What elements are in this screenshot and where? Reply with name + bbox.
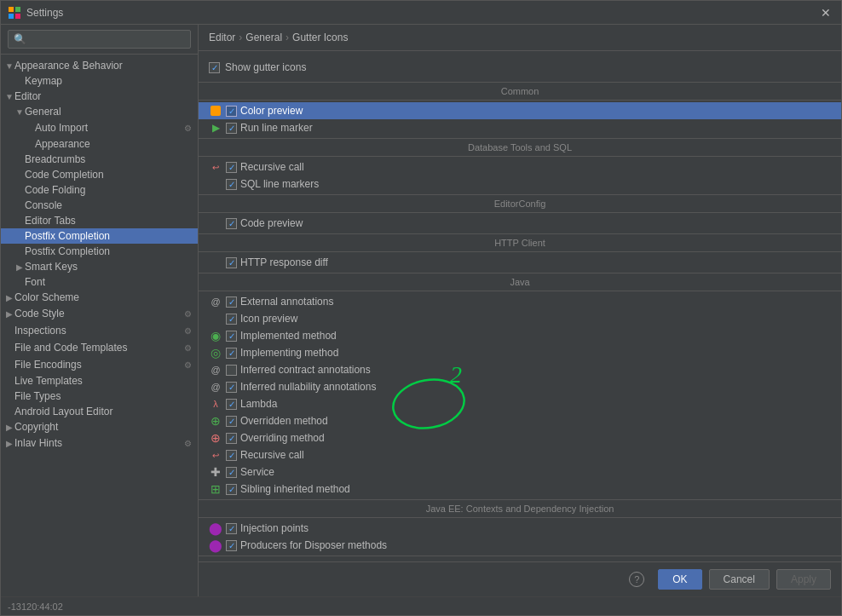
gutter-item-inferred-contract[interactable]: @ Inferred contract annotations [199, 361, 841, 378]
implemented-method-checkbox[interactable] [226, 331, 237, 342]
gutter-item-http-response-diff[interactable]: HTTP response diff [199, 254, 841, 271]
gutter-item-run-line-marker[interactable]: ▶ Run line marker [199, 119, 841, 136]
inferred-nullability-checkbox[interactable] [226, 382, 237, 393]
overriding-method-checkbox[interactable] [226, 433, 237, 444]
injection-points-checkbox[interactable] [226, 523, 237, 534]
run-line-marker-icon: ▶ [209, 121, 222, 135]
implementing-method-icon: ◎ [209, 346, 222, 360]
gutter-item-recursive-call-java[interactable]: ↩ Recursive call [199, 446, 841, 463]
bottom-bar: ? OK Cancel Apply [199, 561, 841, 596]
sibling-inherited-checkbox[interactable] [226, 484, 237, 495]
breadcrumb: Editor › General › Gutter Icons [199, 25, 841, 51]
sidebar-item-breadcrumbs[interactable]: Breadcrumbs [1, 152, 198, 167]
external-annotations-checkbox[interactable] [226, 296, 237, 308]
sql-line-icon [209, 177, 222, 191]
sidebar-item-editor[interactable]: ▼ Editor [1, 89, 198, 104]
sidebar-item-appearance[interactable]: Appearance [1, 136, 198, 152]
icon-preview-checkbox[interactable] [226, 314, 237, 325]
sidebar-item-editor-tabs[interactable]: Editor Tabs [1, 213, 198, 228]
service-checkbox[interactable] [226, 467, 237, 478]
search-input[interactable] [8, 30, 191, 49]
http-response-checkbox[interactable] [226, 257, 237, 268]
gutter-item-implementing-method[interactable]: ◎ Implementing method [199, 344, 841, 361]
gutter-item-injection-points[interactable]: ⬤ Injection points [199, 520, 841, 537]
svg-rect-3 [15, 14, 20, 19]
lambda-checkbox[interactable] [226, 399, 237, 410]
service-icon: ✚ [209, 465, 222, 479]
sidebar-item-font[interactable]: Font [1, 274, 198, 290]
code-preview-checkbox[interactable] [226, 218, 237, 229]
sidebar-item-inspections[interactable]: Inspections ⚙ [1, 322, 198, 339]
sidebar-item-code-folding[interactable]: Code Folding [1, 182, 198, 198]
breadcrumb-editor: Editor [209, 32, 235, 43]
icon-preview-icon [209, 312, 222, 325]
gutter-item-code-preview[interactable]: Code preview [199, 215, 841, 232]
sidebar-item-appearance-behavior[interactable]: ▼ Appearance & Behavior [1, 58, 198, 73]
sidebar-item-auto-import[interactable]: Auto Import ⚙ [1, 119, 198, 136]
gutter-item-sibling-inherited[interactable]: ⊞ Sibling inherited method [199, 481, 841, 498]
overridden-method-checkbox[interactable] [226, 416, 237, 427]
gutter-item-service[interactable]: ✚ Service [199, 463, 841, 481]
help-button[interactable]: ? [629, 572, 644, 587]
sidebar-item-color-scheme[interactable]: ▶ Color Scheme [1, 290, 198, 305]
section-header-http: HTTP Client [199, 233, 841, 252]
gutter-item-external-annotations[interactable]: @ External annotations [199, 293, 841, 310]
gutter-item-sql-line-markers[interactable]: SQL line markers [199, 176, 841, 193]
recursive-db-icon: ↩ [209, 160, 222, 174]
sidebar-item-file-encodings[interactable]: File Encodings ⚙ [1, 356, 198, 373]
sql-line-markers-checkbox[interactable] [226, 179, 237, 190]
recursive-call-db-checkbox[interactable] [226, 162, 237, 173]
close-button[interactable]: ✕ [817, 4, 834, 21]
show-gutter-checkbox[interactable] [209, 62, 220, 73]
sidebar-item-android-layout-editor[interactable]: Android Layout Editor [1, 404, 198, 419]
show-gutter-row: Show gutter icons [199, 58, 841, 80]
sidebar-item-general[interactable]: ▼ General [1, 104, 198, 119]
gutter-item-icon-preview[interactable]: Icon preview [199, 310, 841, 327]
color-preview-checkbox[interactable] [226, 106, 237, 117]
recursive-call-java-checkbox[interactable] [226, 450, 237, 461]
sidebar-item-smart-keys[interactable]: ▶ Smart Keys [1, 259, 198, 274]
gutter-item-producers-disposer[interactable]: ⬤ Producers for Disposer methods [199, 537, 841, 554]
section-header-editorconfig: EditorConfig [199, 194, 841, 213]
breadcrumb-gutter-icons: Gutter Icons [292, 32, 348, 43]
run-line-marker-checkbox[interactable] [226, 123, 237, 134]
producers-disposer-icon: ⬤ [209, 538, 222, 552]
sidebar-item-code-style[interactable]: ▶ Code Style ⚙ [1, 305, 198, 322]
sidebar-item-console[interactable]: Console [1, 198, 198, 213]
breadcrumb-general: General [245, 32, 282, 43]
sidebar-item-file-types[interactable]: File Types [1, 389, 198, 404]
apply-button[interactable]: Apply [776, 569, 831, 590]
ok-button[interactable]: OK [658, 569, 701, 590]
sidebar-item-live-templates[interactable]: Live Templates [1, 373, 198, 389]
gutter-item-overridden-method[interactable]: ⊕ Overridden method [199, 412, 841, 429]
recursive-java-icon: ↩ [209, 448, 222, 462]
sidebar-item-gutter-icons[interactable]: Postfix Completion [1, 228, 198, 244]
gutter-item-implemented-method[interactable]: ◉ Implemented method [199, 327, 841, 344]
gutter-item-overriding-method[interactable]: ⊕ Overriding method [199, 429, 841, 446]
sidebar-item-postfix-completion[interactable]: Postfix Completion [1, 244, 198, 259]
gutter-item-inferred-nullability[interactable]: @ Inferred nullability annotations [199, 378, 841, 395]
sidebar-item-keymap[interactable]: Keymap [1, 73, 198, 89]
inferred-contract-checkbox[interactable] [226, 365, 237, 376]
section-header-common: Common [199, 82, 841, 101]
gutter-item-lambda[interactable]: λ Lambda 2 [199, 395, 841, 412]
sibling-inherited-icon: ⊞ [209, 482, 222, 496]
cancel-button[interactable]: Cancel [709, 569, 770, 590]
gutter-item-color-preview[interactable]: Color preview [199, 102, 841, 119]
inferred-nullability-icon: @ [209, 380, 222, 394]
gutter-item-recursive-call-db[interactable]: ↩ Recursive call [199, 158, 841, 176]
main-panel: Editor › General › Gutter Icons Show gut… [199, 25, 841, 596]
section-header-javaee: Java EE: Contexts and Dependency Injecti… [199, 499, 841, 518]
lambda-icon: λ [209, 397, 222, 411]
producers-disposer-checkbox[interactable] [226, 540, 237, 551]
sidebar-item-file-code-templates[interactable]: File and Code Templates ⚙ [1, 339, 198, 356]
implementing-method-checkbox[interactable] [226, 348, 237, 359]
code-preview-icon [209, 216, 222, 230]
sidebar-item-inlay-hints[interactable]: ▶ Inlav Hints ⚙ [1, 435, 198, 452]
auto-import-badge: ⚙ [181, 121, 194, 135]
sidebar-item-copyright[interactable]: ▶ Copyright [1, 419, 198, 435]
sidebar-item-code-completion[interactable]: Code Completion [1, 167, 198, 182]
svg-rect-1 [15, 7, 20, 12]
content-area: ▼ Appearance & Behavior Keymap ▼ Editor [1, 25, 841, 596]
editor-arrow: ▼ [4, 92, 14, 101]
